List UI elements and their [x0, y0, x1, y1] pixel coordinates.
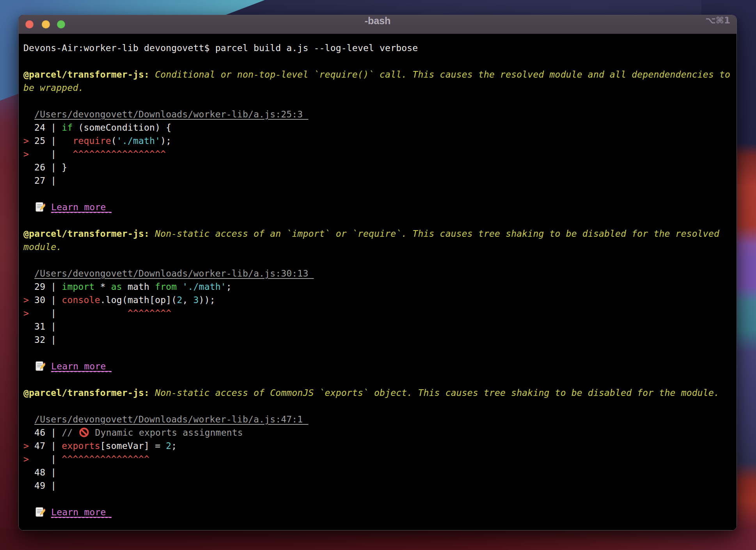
warning-message: Non-static access of CommonJS `exports` …: [149, 388, 719, 398]
terminal-line: > 47 | exports[someVar] = 2;: [23, 439, 732, 452]
highlight-marker: >: [23, 308, 29, 318]
caret-underline: ^^^^^^^^: [128, 308, 171, 318]
terminal-text: );: [160, 136, 171, 146]
terminal-line: 48 |: [23, 466, 732, 479]
memo-icon: [35, 202, 45, 212]
terminal-text: as: [111, 282, 122, 292]
terminal-line: > 30 | console.log(math[op](2, 3));: [23, 293, 732, 307]
terminal-text: (someCondition) {: [73, 122, 171, 133]
terminal-line: > | ^^^^^^^^: [23, 307, 732, 320]
terminal-line: [23, 346, 732, 360]
warning-message: Non-static access of an `import` or `req…: [149, 229, 719, 239]
terminal-text: [46, 361, 51, 371]
terminal-text: .log(math[op](: [100, 295, 177, 305]
window-title: -bash: [19, 15, 736, 27]
learn-more-link[interactable]: Learn more: [51, 202, 112, 213]
line-number: 26 | }: [23, 162, 67, 172]
file-path-link: /Users/devongovett/Downloads/worker-lib/…: [34, 414, 308, 424]
warning-message: module.: [23, 242, 62, 252]
terminal-line: 27 |: [23, 174, 732, 187]
terminal-text: if: [62, 122, 73, 133]
warning-message: be wrapped.: [23, 83, 84, 93]
highlight-marker: >: [23, 149, 29, 159]
highlight-marker: >: [23, 441, 34, 451]
warning-message: Conditional or non-top-level `require()`…: [149, 69, 730, 80]
terminal-line: [23, 254, 732, 267]
line-number: 25 |: [34, 136, 73, 146]
terminal-line: Learn more: [23, 506, 732, 519]
no-entry-icon: [79, 427, 89, 438]
terminal-line: 46 | // Dynamic exports assignments: [23, 426, 732, 439]
shell-prompt-command: Devons-Air:worker-lib devongovett$ parce…: [23, 43, 418, 53]
line-number: 31 |: [23, 321, 56, 332]
terminal-line: 26 | }: [23, 161, 732, 174]
learn-more-link[interactable]: Learn more: [51, 361, 112, 372]
file-path-link: /Users/devongovett/Downloads/worker-lib/…: [34, 109, 308, 119]
memo-icon: [35, 361, 45, 371]
terminal-text: |: [29, 308, 128, 318]
line-number: 27 |: [23, 176, 56, 186]
terminal-text: [23, 361, 34, 371]
terminal-output[interactable]: Devons-Air:worker-lib devongovett$ parce…: [19, 34, 736, 530]
line-number: 46 |: [23, 428, 62, 438]
terminal-text: |: [29, 454, 62, 464]
terminal-line: module.: [23, 240, 732, 254]
caret-underline: ^^^^^^^^^^^^^^^^: [62, 454, 149, 464]
warning-source: @parcel/transformer-js:: [23, 69, 149, 80]
line-number: 32 |: [23, 335, 56, 345]
file-path-link: /Users/devongovett/Downloads/worker-lib/…: [34, 268, 314, 279]
terminal-line: [23, 94, 732, 108]
terminal-text: [23, 268, 34, 279]
terminal-line: 24 | if (someCondition) {: [23, 121, 732, 134]
highlight-marker: >: [23, 295, 34, 305]
terminal-line: 49 |: [23, 479, 732, 492]
terminal-text: [46, 507, 51, 517]
terminal-text: console: [62, 295, 100, 305]
terminal-line: be wrapped.: [23, 81, 732, 94]
line-number: 29 |: [23, 282, 62, 292]
terminal-text: |: [29, 149, 73, 159]
terminal-text: math: [122, 282, 155, 292]
terminal-text: [177, 282, 182, 292]
line-number: 48 |: [23, 467, 56, 477]
terminal-line: > | ^^^^^^^^^^^^^^^^^: [23, 147, 732, 161]
terminal-text: [23, 202, 34, 212]
terminal-line: Learn more: [23, 200, 732, 214]
terminal-line: @parcel/transformer-js: Non-static acces…: [23, 227, 732, 240]
terminal-text: [23, 507, 34, 517]
wallpaper-bottom-band: [0, 529, 756, 550]
line-number: 24 |: [23, 122, 62, 133]
terminal-line: [23, 187, 732, 200]
terminal-text: ;: [171, 441, 177, 451]
terminal-line: 29 | import * as math from './math';: [23, 280, 732, 293]
terminal-line: > 25 | require('./math');: [23, 134, 732, 147]
terminal-line: /Users/devongovett/Downloads/worker-lib/…: [23, 108, 732, 121]
window-shortcut-badge: ⌥⌘1: [705, 15, 730, 25]
terminal-text: './math': [182, 282, 226, 292]
code-comment: Dynamic exports assignments: [90, 428, 243, 438]
terminal-line: 32 |: [23, 333, 732, 346]
terminal-line: /Users/devongovett/Downloads/worker-lib/…: [23, 413, 732, 426]
code-comment: //: [62, 428, 78, 438]
warning-source: @parcel/transformer-js:: [23, 229, 149, 239]
terminal-line: @parcel/transformer-js: Non-static acces…: [23, 386, 732, 399]
terminal-text: ;: [226, 282, 232, 292]
terminal-text: require: [73, 136, 111, 146]
learn-more-link[interactable]: Learn more: [51, 507, 112, 518]
terminal-text: [someVar] =: [100, 441, 166, 451]
warning-source: @parcel/transformer-js:: [23, 388, 149, 398]
window-titlebar[interactable]: -bash ⌥⌘1: [19, 15, 736, 34]
terminal-line: [23, 55, 732, 68]
terminal-text: *: [95, 282, 111, 292]
terminal-text: import: [62, 282, 94, 292]
terminal-line: @parcel/transformer-js: Conditional or n…: [23, 68, 732, 81]
line-number: 30 |: [34, 295, 62, 305]
terminal-text: 2: [166, 441, 171, 451]
terminal-text: './math': [117, 136, 160, 146]
terminal-text: [23, 414, 34, 424]
highlight-marker: >: [23, 136, 34, 146]
terminal-line: [23, 399, 732, 413]
terminal-text: ));: [199, 295, 215, 305]
memo-icon: [35, 507, 45, 517]
terminal-window: -bash ⌥⌘1 Devons-Air:worker-lib devongov…: [18, 15, 737, 530]
